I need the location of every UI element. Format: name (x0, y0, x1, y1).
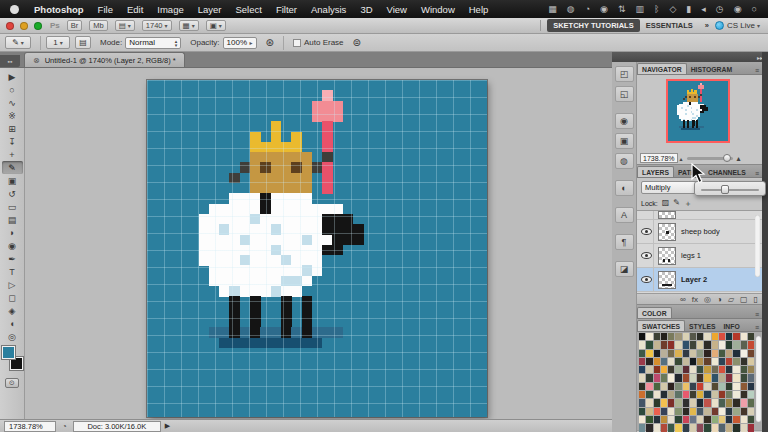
layer-group-icon[interactable]: ▱ (728, 295, 734, 304)
color-swatch[interactable] (726, 391, 732, 398)
color-swatch[interactable] (733, 399, 739, 406)
color-swatch[interactable] (704, 350, 710, 357)
color-swatch[interactable] (748, 391, 754, 398)
color-swatch[interactable] (704, 366, 710, 373)
color-swatch[interactable] (697, 391, 703, 398)
color-swatch[interactable] (733, 333, 739, 340)
dock-styles-icon[interactable]: ◍ (615, 153, 634, 169)
minimize-window-button[interactable] (20, 22, 28, 30)
color-swatch[interactable] (712, 416, 718, 423)
color-swatch[interactable] (719, 391, 725, 398)
color-swatch[interactable] (741, 408, 747, 415)
tab-info[interactable]: INFO (719, 321, 743, 331)
color-swatch[interactable] (733, 408, 739, 415)
color-swatch[interactable] (712, 374, 718, 381)
color-swatch[interactable] (639, 408, 645, 415)
menu-window[interactable]: Window (414, 4, 462, 15)
new-layer-icon[interactable]: ▢ (740, 295, 748, 304)
color-swatch[interactable] (639, 424, 645, 431)
color-swatch[interactable] (675, 416, 681, 423)
color-swatch[interactable] (697, 408, 703, 415)
color-swatch[interactable] (654, 333, 660, 340)
color-swatch[interactable] (726, 399, 732, 406)
swatches-scrollbar[interactable] (756, 336, 761, 422)
color-swatch[interactable] (675, 341, 681, 348)
zoom-level-dropdown[interactable]: 1740▾ (142, 20, 172, 31)
color-swatch[interactable] (712, 391, 718, 398)
visibility-toggle[interactable] (639, 268, 654, 291)
color-swatch[interactable] (683, 366, 689, 373)
color-swatch[interactable] (741, 416, 747, 423)
opacity-slider-handle[interactable] (721, 185, 729, 194)
color-swatch[interactable] (675, 358, 681, 365)
visibility-toggle[interactable] (639, 211, 654, 219)
color-swatch[interactable] (646, 383, 652, 390)
color-swatch[interactable] (712, 341, 718, 348)
color-swatch[interactable] (719, 333, 725, 340)
color-swatch[interactable] (683, 408, 689, 415)
color-swatch[interactable] (654, 383, 660, 390)
color-swatch[interactable] (639, 374, 645, 381)
color-swatch[interactable] (726, 416, 732, 423)
color-swatch[interactable] (683, 358, 689, 365)
view-extras-button[interactable]: ▤▾ (115, 20, 135, 31)
color-swatch[interactable] (675, 399, 681, 406)
color-swatch[interactable] (661, 391, 667, 398)
layer-style-icon[interactable]: fx (692, 295, 698, 304)
color-swatch[interactable] (697, 350, 703, 357)
dock-clone-source-icon[interactable]: ◉ (615, 113, 634, 129)
color-swatch[interactable] (646, 366, 652, 373)
color-swatch[interactable] (654, 350, 660, 357)
color-swatch[interactable] (661, 383, 667, 390)
dock-character-icon[interactable]: A (615, 207, 634, 223)
color-swatch[interactable] (712, 333, 718, 340)
layer-mask-icon[interactable]: ◎ (704, 295, 711, 304)
color-swatch[interactable] (661, 424, 667, 431)
color-swatch[interactable] (704, 416, 710, 423)
color-swatch[interactable] (748, 416, 754, 423)
color-swatch[interactable] (726, 341, 732, 348)
color-swatch[interactable] (733, 424, 739, 431)
workspace-overflow-button[interactable]: » (699, 19, 715, 32)
zoom-tool[interactable]: ◎ (2, 330, 23, 343)
color-swatch[interactable] (646, 399, 652, 406)
color-swatch[interactable] (683, 416, 689, 423)
color-swatch[interactable] (668, 366, 674, 373)
color-swatch[interactable] (668, 408, 674, 415)
pressure-toggle[interactable]: ⊜ (353, 37, 361, 48)
color-swatch[interactable] (654, 358, 660, 365)
color-swatch[interactable] (639, 383, 645, 390)
bridge-button[interactable]: Br (67, 20, 83, 31)
color-swatch[interactable] (719, 350, 725, 357)
dock-adjustments-icon[interactable]: ▣ (615, 133, 634, 149)
menu-photoshop[interactable]: Photoshop (27, 4, 91, 15)
color-swatch[interactable] (748, 341, 754, 348)
color-swatch[interactable] (748, 374, 754, 381)
color-swatch[interactable] (712, 383, 718, 390)
workspace-essentials[interactable]: ESSENTIALS (640, 19, 699, 32)
color-swatch[interactable] (697, 341, 703, 348)
status-doc-info[interactable]: Doc: 3.00K/16.0K (73, 421, 161, 432)
marquee-tool[interactable]: ○ (2, 83, 23, 96)
color-swatch[interactable] (690, 383, 696, 390)
close-window-button[interactable] (6, 22, 14, 30)
color-swatch[interactable] (639, 358, 645, 365)
input-indicator-icon[interactable]: ▥ (631, 4, 650, 14)
color-swatch[interactable] (675, 350, 681, 357)
pen-tool[interactable]: ✒ (2, 252, 23, 265)
color-swatch[interactable] (661, 408, 667, 415)
eyedropper-tool[interactable]: ↧ (2, 135, 23, 148)
color-swatch[interactable] (668, 374, 674, 381)
mini-bridge-button[interactable]: Mb (89, 20, 107, 31)
color-swatch[interactable] (712, 366, 718, 373)
color-swatch[interactable] (639, 366, 645, 373)
sync-icon[interactable]: ◉ (595, 4, 613, 14)
color-swatch[interactable] (704, 424, 710, 431)
color-swatch[interactable] (646, 350, 652, 357)
menu-image[interactable]: Image (150, 4, 190, 15)
color-swatch[interactable] (654, 366, 660, 373)
color-swatch[interactable] (748, 366, 754, 373)
color-swatch[interactable] (668, 333, 674, 340)
color-swatch[interactable] (668, 383, 674, 390)
tab-channels[interactable]: CHANNELS (704, 167, 750, 177)
